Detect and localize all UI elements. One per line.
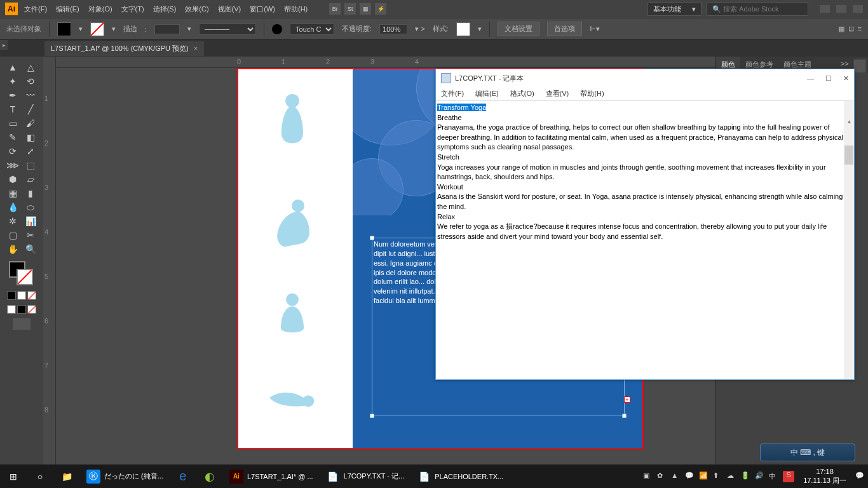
zoom-tool[interactable]: 🔍 — [22, 242, 39, 256]
notepad-text-area[interactable]: Transform Yoga Breathe Pranayama, the yo… — [436, 101, 854, 379]
network-icon[interactable]: 📶 — [699, 471, 709, 482]
frame-handle-icon[interactable] — [370, 236, 374, 240]
graphic-style-swatch[interactable] — [456, 22, 470, 36]
notepad-maximize-icon[interactable]: ☐ — [825, 74, 832, 83]
notepad-l7copy-app[interactable]: 📄L7COPY.TXT - 记... — [320, 464, 411, 488]
stroke-profile[interactable]: ───── — [199, 24, 256, 35]
menu-type[interactable]: 文字(T) — [121, 4, 144, 14]
scroll-up-icon[interactable]: ▴ — [844, 118, 854, 128]
free-transform-tool[interactable]: ⬚ — [22, 158, 39, 172]
hand-tool[interactable]: ✋ — [4, 242, 22, 256]
curvature-tool[interactable]: 〰 — [22, 88, 39, 102]
notepad-scrollbar[interactable]: ▴ — [844, 101, 854, 379]
direct-selection-tool[interactable]: △ — [22, 60, 39, 74]
ime-indicator[interactable]: 中 ⌨ , 键 — [760, 444, 855, 461]
mesh-tool[interactable]: ▦ — [4, 186, 22, 200]
bridge-icon[interactable]: Br — [329, 3, 341, 15]
np-menu-help[interactable]: 帮助(H) — [580, 89, 604, 98]
system-tray[interactable]: ▣ ✿ ▲ 💬 📶 ⬆ ☁ 🔋 🔊 中 S 17:1817.11.13 周一 💬 — [643, 468, 868, 484]
tray-icon[interactable]: ✿ — [657, 471, 667, 482]
np-menu-edit[interactable]: 编辑(E) — [475, 89, 499, 98]
preferences-button[interactable]: 首选项 — [547, 22, 582, 36]
grid-icon[interactable]: ▦ — [838, 25, 844, 33]
frame-handle-icon[interactable] — [370, 414, 374, 418]
eraser-tool[interactable]: ◧ — [22, 130, 39, 144]
graph-tool[interactable]: 📊 — [22, 214, 39, 228]
fill-stroke-swatches[interactable] — [9, 261, 34, 287]
gpu-icon[interactable]: ⚡ — [375, 3, 386, 15]
start-button[interactable]: ⊞ — [0, 464, 27, 488]
eyedropper-tool[interactable]: 💧 — [4, 200, 22, 214]
panel-menu-icon[interactable]: ≡ — [858, 25, 862, 33]
document-tab[interactable]: L7START_1.AI* @ 100% (CMYK/GPU 预览) × — [44, 41, 204, 56]
draw-mode[interactable] — [13, 318, 31, 330]
adobe-stock-search[interactable]: 🔍 搜索 Adobe Stock — [707, 3, 808, 16]
menu-select[interactable]: 选择(S) — [153, 4, 177, 14]
line-tool[interactable]: ╱ — [22, 102, 39, 116]
window-minimize-icon[interactable] — [820, 5, 830, 13]
workspace-switcher[interactable]: 基本功能 ▾ — [648, 3, 702, 16]
lasso-tool[interactable]: ⟲ — [22, 74, 39, 88]
menu-effect[interactable]: 效果(C) — [185, 4, 208, 14]
np-menu-view[interactable]: 查看(V) — [546, 89, 569, 98]
taskbar-clock[interactable]: 17:1817.11.13 周一 — [798, 468, 851, 484]
browser-app[interactable]: ◐ — [196, 464, 223, 488]
transform-icon[interactable]: ⊡ — [848, 25, 854, 33]
opacity-input[interactable] — [379, 24, 407, 34]
window-close-icon[interactable] — [853, 5, 863, 13]
kugou-app[interactable]: Ⓚだったのに (純音... — [80, 464, 170, 488]
menu-edit[interactable]: 编辑(E) — [56, 4, 79, 14]
stroke-weight-input[interactable] — [154, 24, 180, 34]
symbol-sprayer-tool[interactable]: ✲ — [4, 214, 22, 228]
stock-icon[interactable]: St — [344, 3, 356, 15]
pen-tool[interactable]: ✒ — [4, 88, 22, 102]
shape-builder-tool[interactable]: ⬢ — [4, 172, 22, 186]
ime-icon[interactable]: S — [783, 471, 794, 482]
properties-icon[interactable] — [854, 60, 865, 72]
tray-icon[interactable]: ☁ — [727, 471, 737, 482]
np-menu-format[interactable]: 格式(O) — [510, 89, 534, 98]
align-icon[interactable]: ⊩▾ — [590, 25, 600, 33]
ime-lang-icon[interactable]: 中 — [769, 471, 779, 482]
magic-wand-tool[interactable]: ✦ — [4, 74, 22, 88]
rectangle-tool[interactable]: ▭ — [4, 116, 22, 130]
notepad-placeholder-app[interactable]: 📄PLACEHOLDER.TX... — [410, 464, 510, 488]
menu-window[interactable]: 窗口(W) — [250, 4, 275, 14]
notepad-window[interactable]: L7COPY.TXT - 记事本 — ☐ ✕ 文件(F) 编辑(E) 格式(O)… — [435, 69, 855, 380]
scroll-thumb[interactable] — [844, 146, 853, 165]
blend-tool[interactable]: ⬭ — [22, 200, 39, 214]
volume-icon[interactable]: 🔊 — [755, 471, 765, 482]
width-tool[interactable]: ⋙ — [4, 158, 22, 172]
slice-tool[interactable]: ✂ — [22, 228, 39, 242]
shaper-tool[interactable]: ✎ — [4, 130, 22, 144]
tray-icon[interactable]: ▲ — [671, 471, 681, 482]
notepad-titlebar[interactable]: L7COPY.TXT - 记事本 — ☐ ✕ — [436, 69, 854, 87]
action-center-icon[interactable]: 💬 — [855, 471, 865, 482]
edge-app[interactable]: e — [170, 464, 196, 488]
artboard-tool[interactable]: ▢ — [4, 228, 22, 242]
toolbar-toggle[interactable]: ▸ — [0, 40, 8, 50]
menu-help[interactable]: 帮助(H) — [284, 4, 308, 14]
notepad-close-icon[interactable]: ✕ — [843, 74, 849, 83]
scale-tool[interactable]: ⤢ — [22, 144, 39, 158]
brush-select[interactable]: Touch C... — [290, 24, 334, 35]
menu-view[interactable]: 视图(V) — [218, 4, 241, 14]
document-setup-button[interactable]: 文档设置 — [498, 22, 539, 36]
frame-handle-icon[interactable] — [622, 414, 627, 418]
tray-icon[interactable]: ⬆ — [713, 471, 723, 482]
close-tab-icon[interactable]: × — [194, 44, 198, 52]
cortana-button[interactable]: ○ — [27, 464, 53, 488]
menu-file[interactable]: 文件(F) — [24, 4, 47, 14]
selection-tool[interactable]: ▲ — [4, 60, 22, 74]
gradient-tool[interactable]: ▮ — [22, 186, 39, 200]
fill-swatch[interactable] — [57, 22, 71, 36]
np-menu-file[interactable]: 文件(F) — [441, 89, 464, 98]
paintbrush-tool[interactable]: 🖌 — [22, 116, 39, 130]
explorer-button[interactable]: 📁 — [53, 464, 80, 488]
type-tool[interactable]: T — [4, 102, 22, 116]
overset-text-icon[interactable]: + — [624, 396, 630, 403]
tray-icon[interactable]: 💬 — [685, 471, 695, 482]
perspective-tool[interactable]: ▱ — [22, 172, 39, 186]
arrange-icon[interactable]: ▦ — [360, 3, 371, 15]
rotate-tool[interactable]: ⟳ — [4, 144, 22, 158]
